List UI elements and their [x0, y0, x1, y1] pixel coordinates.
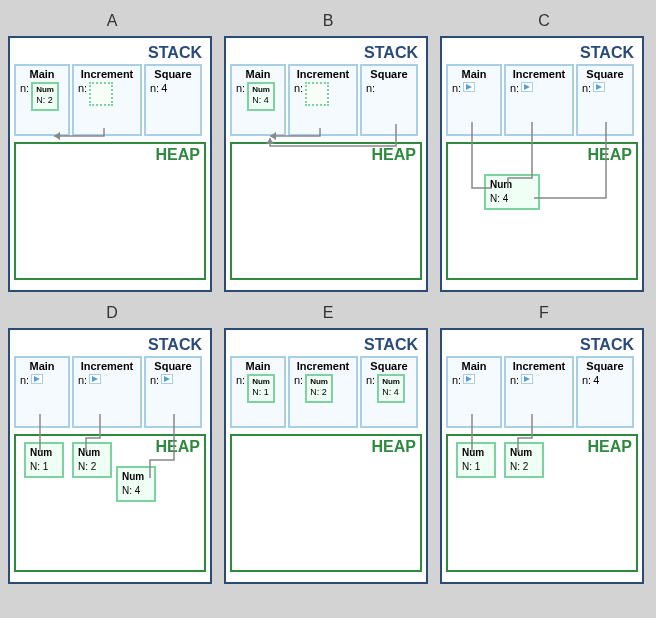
- frame-title: Square: [148, 68, 198, 82]
- n-label: n:: [452, 374, 461, 386]
- n-value: 4: [593, 374, 599, 386]
- stack-title: STACK: [230, 42, 422, 64]
- stack-frame-inc: Incrementn:: [72, 64, 142, 136]
- stack-frame-inc: Incrementn:: [504, 64, 574, 136]
- stack-frames: Mainn: Incrementn: Squaren:: [14, 356, 206, 428]
- stack-frame-sq: Squaren:: [360, 64, 418, 136]
- stack-frame-main: Mainn:NumN: 2: [14, 64, 70, 136]
- n-label: n:: [150, 374, 159, 386]
- frame-title: Main: [18, 360, 66, 374]
- stack-frame-inc: Incrementn:NumN: 2: [288, 356, 358, 428]
- stack-frame-sq: Squaren:NumN: 4: [360, 356, 418, 428]
- stack-frame-inc: Incrementn:: [504, 356, 574, 428]
- n-row: n:: [364, 82, 414, 94]
- n-value: 4: [161, 82, 167, 94]
- ghost-box: [89, 82, 113, 106]
- pointer-icon: [463, 374, 475, 384]
- n-row: n:NumN: 2: [292, 374, 354, 403]
- heap-num-box: NumN: 1: [24, 442, 64, 478]
- n-label: n:: [366, 374, 375, 386]
- frame-title: Main: [18, 68, 66, 82]
- num-box: NumN: 4: [377, 374, 405, 403]
- n-row: n:: [292, 82, 354, 106]
- stack-frame-main: Mainn:NumN: 1: [230, 356, 286, 428]
- heap-area: HEAP NumN: 1NumN: 2NumN: 4: [14, 434, 206, 572]
- stack-frame-main: Mainn:: [446, 64, 502, 136]
- n-row: n: 4: [148, 82, 198, 94]
- stack-frame-main: Mainn:NumN: 4: [230, 64, 286, 136]
- pointer-icon: [521, 374, 533, 384]
- memory-panel: STACK Mainn:NumN: 2 Incrementn: Squaren:…: [8, 36, 212, 292]
- stack-frames: Mainn:NumN: 2 Incrementn: Squaren: 4: [14, 64, 206, 136]
- stack-title: STACK: [14, 334, 206, 356]
- heap-area: HEAP: [230, 142, 422, 280]
- frame-title: Main: [234, 68, 282, 82]
- pointer-icon: [89, 374, 101, 384]
- pointer-icon: [31, 374, 43, 384]
- frame-title: Increment: [292, 360, 354, 374]
- n-label: n:: [20, 374, 29, 386]
- n-row: n:NumN: 1: [234, 374, 282, 403]
- stack-frames: Mainn:NumN: 4 Incrementn: Squaren:: [230, 64, 422, 136]
- diagram-cell-B: B STACK Mainn:NumN: 4 Incrementn: Square…: [224, 8, 432, 292]
- n-row: n:: [450, 374, 498, 386]
- n-label: n:: [366, 82, 375, 94]
- n-row: n:: [148, 374, 198, 386]
- frame-title: Square: [148, 360, 198, 374]
- stack-frame-sq: Squaren:: [576, 64, 634, 136]
- n-row: n:: [76, 82, 138, 106]
- n-label: n:: [236, 82, 245, 94]
- heap-num-box: NumN: 4: [484, 174, 540, 210]
- memory-panel: STACK Mainn: Incrementn: Squaren: HEAP N…: [440, 36, 644, 292]
- n-label: n:: [20, 82, 29, 94]
- diagram-label: B: [224, 8, 432, 36]
- heap-title: HEAP: [588, 438, 632, 456]
- frame-title: Square: [364, 360, 414, 374]
- memory-panel: STACK Mainn: Incrementn: Squaren: HEAP N…: [8, 328, 212, 584]
- heap-area: HEAP: [14, 142, 206, 280]
- diagram-label: C: [440, 8, 648, 36]
- stack-frames: Mainn: Incrementn: Squaren: 4: [446, 356, 638, 428]
- n-row: n:: [18, 374, 66, 386]
- memory-panel: STACK Mainn: Incrementn: Squaren: 4 HEAP…: [440, 328, 644, 584]
- stack-title: STACK: [446, 334, 638, 356]
- stack-frames: Mainn:NumN: 1 Incrementn:NumN: 2 Squaren…: [230, 356, 422, 428]
- heap-num-box: NumN: 2: [504, 442, 544, 478]
- n-label: n:: [294, 82, 303, 94]
- n-label: n:: [236, 374, 245, 386]
- diagram-cell-A: A STACK Mainn:NumN: 2 Incrementn: Square…: [8, 8, 216, 292]
- n-label: n:: [452, 82, 461, 94]
- diagram-label: A: [8, 8, 216, 36]
- heap-area: HEAP NumN: 4: [446, 142, 638, 280]
- frame-title: Main: [450, 360, 498, 374]
- n-label: n:: [78, 374, 87, 386]
- diagram-cell-F: F STACK Mainn: Incrementn: Squaren: 4 HE…: [440, 300, 648, 584]
- frame-title: Increment: [76, 68, 138, 82]
- stack-title: STACK: [446, 42, 638, 64]
- heap-title: HEAP: [156, 438, 200, 456]
- n-row: n:: [508, 82, 570, 94]
- num-box: NumN: 2: [305, 374, 333, 403]
- num-box: NumN: 1: [247, 374, 275, 403]
- diagram-label: D: [8, 300, 216, 328]
- n-label: n:: [150, 82, 159, 94]
- n-label: n:: [510, 82, 519, 94]
- num-box: NumN: 2: [31, 82, 59, 111]
- n-row: n:NumN: 4: [364, 374, 414, 403]
- heap-area: HEAP: [230, 434, 422, 572]
- stack-frame-sq: Squaren: 4: [576, 356, 634, 428]
- frame-title: Increment: [76, 360, 138, 374]
- stack-frame-inc: Incrementn:: [72, 356, 142, 428]
- frame-title: Square: [364, 68, 414, 82]
- n-row: n:NumN: 4: [234, 82, 282, 111]
- stack-frame-main: Mainn:: [446, 356, 502, 428]
- diagram-cell-D: D STACK Mainn: Incrementn: Squaren: HEAP…: [8, 300, 216, 584]
- diagram-label: F: [440, 300, 648, 328]
- frame-title: Square: [580, 68, 630, 82]
- n-row: n:: [450, 82, 498, 94]
- stack-frame-sq: Squaren:: [144, 356, 202, 428]
- n-row: n:NumN: 2: [18, 82, 66, 111]
- heap-num-box: NumN: 1: [456, 442, 496, 478]
- diagram-cell-C: C STACK Mainn: Incrementn: Squaren: HEAP…: [440, 8, 648, 292]
- memory-panel: STACK Mainn:NumN: 4 Incrementn: Squaren:…: [224, 36, 428, 292]
